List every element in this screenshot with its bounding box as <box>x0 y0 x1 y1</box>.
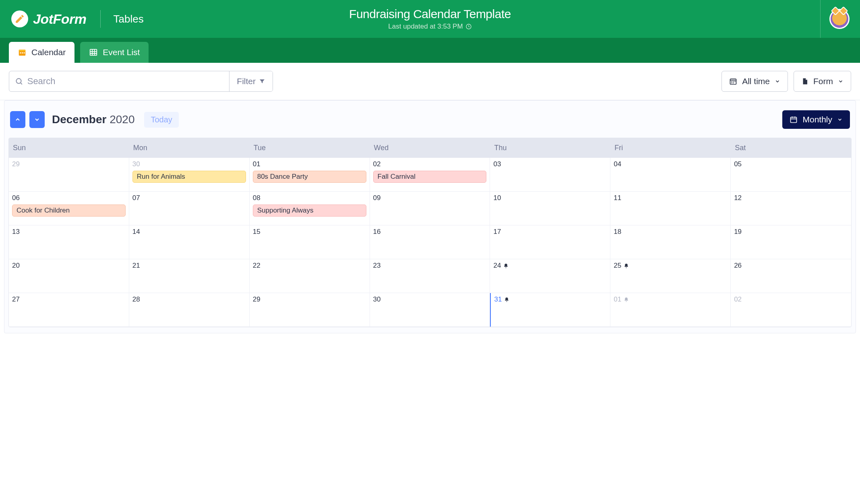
toolbar: Filter All time Form <box>0 63 860 100</box>
today-button[interactable]: Today <box>144 112 178 128</box>
calendar-day-cell[interactable]: 30Run for Animals <box>129 158 250 192</box>
weekday-header: Tue <box>250 138 370 158</box>
calendar-day-cell[interactable]: 17 <box>490 225 610 259</box>
day-number: 31 <box>494 295 509 304</box>
search-input[interactable] <box>27 76 224 87</box>
prev-month-button[interactable] <box>10 111 25 128</box>
calendar-event[interactable]: Cook for Children <box>12 204 126 217</box>
calendar-day-cell[interactable]: 01 <box>610 293 731 327</box>
calendar-day-cell[interactable]: 22 <box>250 259 370 293</box>
day-number: 30 <box>373 295 381 304</box>
weekday-header: Fri <box>610 138 731 158</box>
day-number: 11 <box>614 194 621 202</box>
calendar-day-cell[interactable]: 07 <box>129 192 250 225</box>
calendar-day-cell[interactable]: 09 <box>370 192 490 225</box>
calendar-day-cell[interactable]: 14 <box>129 225 250 259</box>
calendar-day-cell[interactable]: 24 <box>490 259 610 293</box>
calendar-body: 2930Run for Animals0180s Dance Party02Fa… <box>9 158 851 327</box>
chevron-down-icon <box>34 116 40 123</box>
user-area <box>820 0 850 38</box>
day-number: 24 <box>493 262 509 270</box>
calendar-day-cell[interactable]: 30 <box>370 293 490 327</box>
filter-icon <box>259 78 265 85</box>
bell-icon <box>624 295 629 304</box>
day-number: 21 <box>132 262 140 270</box>
svg-rect-11 <box>734 81 736 82</box>
calendar-day-cell[interactable]: 04 <box>610 158 731 192</box>
calendar-event[interactable]: Supporting Always <box>253 204 366 217</box>
divider <box>820 0 821 38</box>
calendar-grid: SunMonTueWedThuFriSat 2930Run for Animal… <box>8 138 852 327</box>
document-icon <box>801 77 808 85</box>
calendar-day-cell[interactable]: 27 <box>9 293 129 327</box>
calendar-event[interactable]: Fall Carnival <box>373 171 487 183</box>
brand-section: Tables <box>114 13 144 25</box>
calendar-day-cell[interactable]: 08Supporting Always <box>250 192 370 225</box>
user-avatar[interactable] <box>829 9 850 29</box>
calendar-day-cell[interactable]: 06Cook for Children <box>9 192 129 225</box>
bell-icon <box>504 295 509 304</box>
day-number: 20 <box>12 262 20 270</box>
day-number: 14 <box>132 228 140 236</box>
tab-calendar[interactable]: Calendar <box>9 42 74 63</box>
calendar-day-cell[interactable]: 10 <box>490 192 610 225</box>
calendar-day-cell[interactable]: 05 <box>731 158 851 192</box>
calendar-year: 2020 <box>110 113 134 126</box>
calendar-day-cell[interactable]: 03 <box>490 158 610 192</box>
day-number: 28 <box>132 295 140 304</box>
tab-event-list[interactable]: Event List <box>80 42 149 63</box>
calendar-day-cell[interactable]: 13 <box>9 225 129 259</box>
calendar-day-cell[interactable]: 16 <box>370 225 490 259</box>
day-number: 17 <box>493 228 501 236</box>
calendar-day-cell[interactable]: 15 <box>250 225 370 259</box>
day-number: 16 <box>373 228 381 236</box>
calendar-day-cell[interactable]: 0180s Dance Party <box>250 158 370 192</box>
calendar-event[interactable]: Run for Animals <box>132 171 246 183</box>
calendar-day-cell[interactable]: 20 <box>9 259 129 293</box>
svg-rect-3 <box>20 52 21 54</box>
calendar-day-cell[interactable]: 21 <box>129 259 250 293</box>
calendar-day-cell[interactable]: 29 <box>250 293 370 327</box>
next-month-button[interactable] <box>29 111 45 128</box>
chevron-down-icon <box>837 117 843 122</box>
calendar-day-cell[interactable]: 02Fall Carnival <box>370 158 490 192</box>
calendar-day-cell[interactable]: 11 <box>610 192 731 225</box>
calendar-day-cell[interactable]: 18 <box>610 225 731 259</box>
calendar-day-cell[interactable]: 23 <box>370 259 490 293</box>
calendar-day-cell[interactable]: 26 <box>731 259 851 293</box>
day-number: 07 <box>132 194 140 202</box>
day-number: 10 <box>493 194 501 202</box>
tab-label: Calendar <box>31 48 66 57</box>
chevron-down-icon <box>775 78 780 84</box>
calendar-day-cell[interactable]: 02 <box>731 293 851 327</box>
calendar-icon <box>790 116 798 124</box>
weekday-header: Sat <box>731 138 851 158</box>
filter-button[interactable]: Filter <box>229 71 273 91</box>
calendar-day-cell[interactable]: 31 <box>490 293 610 327</box>
day-number: 29 <box>12 160 20 168</box>
day-number: 12 <box>734 194 742 202</box>
calendar-day-cell[interactable]: 25 <box>610 259 731 293</box>
view-label: Monthly <box>802 115 832 124</box>
page-title-block: Fundraising Calendar Template Last updat… <box>349 7 511 31</box>
calendar-event[interactable]: 80s Dance Party <box>253 171 366 183</box>
time-range-button[interactable]: All time <box>721 71 788 92</box>
calendar-view-button[interactable]: Monthly <box>782 110 850 129</box>
svg-rect-13 <box>733 83 734 83</box>
calendar-month-title: December 2020 <box>52 113 134 126</box>
bell-icon <box>503 262 509 270</box>
calendar-day-cell[interactable]: 28 <box>129 293 250 327</box>
day-number: 03 <box>493 160 501 168</box>
day-number: 08 <box>253 194 260 202</box>
calendar-panel: December 2020 Today Monthly SunMonTueWed… <box>4 100 856 333</box>
calendar-day-cell[interactable]: 29 <box>9 158 129 192</box>
day-number: 30 <box>132 160 140 168</box>
calendar-day-cell[interactable]: 19 <box>731 225 851 259</box>
search-filter-group: Filter <box>9 71 273 92</box>
calendar-day-cell[interactable]: 12 <box>731 192 851 225</box>
search-box[interactable] <box>9 71 229 91</box>
calendar-month: December <box>52 113 106 126</box>
form-label: Form <box>813 76 833 86</box>
day-number: 01 <box>253 160 260 168</box>
form-source-button[interactable]: Form <box>794 71 851 92</box>
